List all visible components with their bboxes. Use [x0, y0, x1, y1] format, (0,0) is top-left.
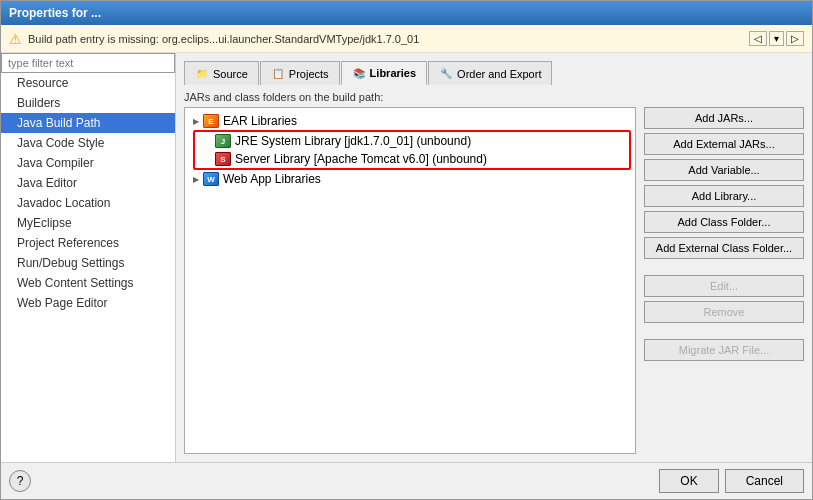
properties-dialog: Properties for ... ⚠ Build path entry is… — [0, 0, 813, 500]
title-bar: Properties for ... — [1, 1, 812, 25]
expand-arrow-ear: ▶ — [193, 117, 199, 126]
remove-button[interactable]: Remove — [644, 301, 804, 323]
sidebar-item-web-page-editor[interactable]: Web Page Editor — [1, 293, 175, 313]
filter-input[interactable] — [1, 53, 175, 73]
tree-item-jre[interactable]: JRE System Library [jdk1.7.0_01] (unboun… — [195, 132, 629, 150]
btn-separator — [644, 263, 804, 271]
help-button[interactable]: ? — [9, 470, 31, 492]
main-content: Resource Builders Java Build Path Java C… — [1, 53, 812, 462]
warning-dropdown-btn[interactable]: ▾ — [769, 31, 784, 46]
server-library-icon — [215, 152, 231, 166]
add-class-folder-button[interactable]: Add Class Folder... — [644, 211, 804, 233]
warning-icon: ⚠ — [9, 31, 22, 47]
sidebar-item-java-editor[interactable]: Java Editor — [1, 173, 175, 193]
sidebar-item-java-compiler[interactable]: Java Compiler — [1, 153, 175, 173]
sidebar-item-javadoc-location[interactable]: Javadoc Location — [1, 193, 175, 213]
tab-source[interactable]: 📁 Source — [184, 61, 259, 85]
sidebar-item-run-debug-settings[interactable]: Run/Debug Settings — [1, 253, 175, 273]
sidebar-item-myeclipse[interactable]: MyEclipse — [1, 213, 175, 233]
sidebar-item-project-references[interactable]: Project References — [1, 233, 175, 253]
sidebar-item-resource[interactable]: Resource — [1, 73, 175, 93]
add-external-class-folder-button[interactable]: Add External Class Folder... — [644, 237, 804, 259]
tabs: 📁 Source 📋 Projects 📚 Libraries 🔧 Order … — [184, 61, 804, 85]
add-jars-button[interactable]: Add JARs... — [644, 107, 804, 129]
order-export-tab-icon: 🔧 — [439, 67, 453, 81]
warning-text: Build path entry is missing: org.eclips.… — [28, 33, 419, 45]
bottom-actions: OK Cancel — [659, 469, 804, 493]
sidebar-item-java-build-path[interactable]: Java Build Path — [1, 113, 175, 133]
expand-arrow-web: ▶ — [193, 175, 199, 184]
edit-button[interactable]: Edit... — [644, 275, 804, 297]
sidebar-item-builders[interactable]: Builders — [1, 93, 175, 113]
migrate-jar-button[interactable]: Migrate JAR File... — [644, 339, 804, 361]
buttons-panel: Add JARs... Add External JARs... Add Var… — [644, 107, 804, 454]
warning-bar: ⚠ Build path entry is missing: org.eclip… — [1, 25, 812, 53]
tab-libraries[interactable]: 📚 Libraries — [341, 61, 427, 85]
tree-item-server[interactable]: Server Library [Apache Tomcat v6.0] (unb… — [195, 150, 629, 168]
warning-navigation: ◁ ▾ ▷ — [749, 31, 804, 46]
cancel-button[interactable]: Cancel — [725, 469, 804, 493]
tree-item-ear[interactable]: ▶ EAR Libraries — [189, 112, 631, 130]
tab-order-export[interactable]: 🔧 Order and Export — [428, 61, 552, 85]
dialog-title: Properties for ... — [9, 6, 101, 20]
btn-separator-2 — [644, 327, 804, 335]
add-external-jars-button[interactable]: Add External JARs... — [644, 133, 804, 155]
content-description: JARs and class folders on the build path… — [184, 91, 804, 103]
warning-prev-btn[interactable]: ◁ — [749, 31, 767, 46]
add-variable-button[interactable]: Add Variable... — [644, 159, 804, 181]
right-panel: 📁 Source 📋 Projects 📚 Libraries 🔧 Order … — [176, 53, 812, 462]
tab-projects[interactable]: 📋 Projects — [260, 61, 340, 85]
sidebar: Resource Builders Java Build Path Java C… — [1, 53, 176, 462]
sidebar-item-web-content-settings[interactable]: Web Content Settings — [1, 273, 175, 293]
content-area: ▶ EAR Libraries JRE System Library [jdk1… — [184, 107, 804, 454]
jre-library-icon — [215, 134, 231, 148]
libraries-tab-icon: 📚 — [352, 66, 366, 80]
tree-panel[interactable]: ▶ EAR Libraries JRE System Library [jdk1… — [184, 107, 636, 454]
tree-item-web[interactable]: ▶ Web App Libraries — [189, 170, 631, 188]
bottom-bar: ? OK Cancel — [1, 462, 812, 499]
warning-next-btn[interactable]: ▷ — [786, 31, 804, 46]
sidebar-item-java-code-style[interactable]: Java Code Style — [1, 133, 175, 153]
projects-tab-icon: 📋 — [271, 67, 285, 81]
source-tab-icon: 📁 — [195, 67, 209, 81]
add-library-button[interactable]: Add Library... — [644, 185, 804, 207]
web-app-libraries-icon — [203, 172, 219, 186]
highlighted-items-box: JRE System Library [jdk1.7.0_01] (unboun… — [193, 130, 631, 170]
ear-libraries-icon — [203, 114, 219, 128]
ok-button[interactable]: OK — [659, 469, 718, 493]
